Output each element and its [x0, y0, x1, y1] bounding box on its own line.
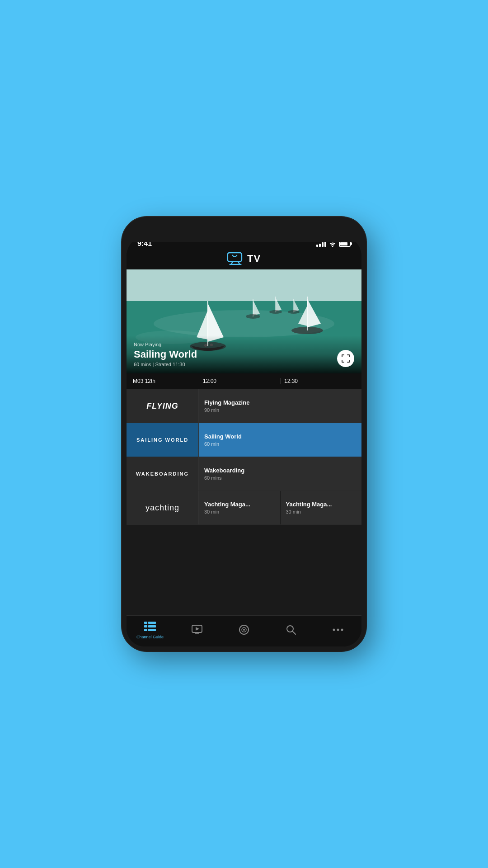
program-title: Flying Magazine — [204, 399, 356, 406]
program-title: Yachting Maga... — [286, 501, 357, 508]
program-yachting-1[interactable]: Yachting Maga... 30 min — [199, 491, 280, 524]
hero-meta: 60 mins | Strated 11:30 — [134, 362, 354, 367]
cast-icon — [238, 623, 250, 636]
channel-row-sailing-world: SAILING WORLD Sailing World 60 min — [127, 423, 361, 457]
svg-point-31 — [333, 629, 335, 631]
hero-title: Sailing World — [134, 349, 354, 360]
nav-more[interactable] — [324, 623, 352, 636]
logo-container: TV — [227, 252, 261, 265]
svg-marker-24 — [196, 627, 199, 631]
status-time: 9:41 — [137, 240, 152, 248]
guide-header: M03 12th 12:00 12:30 — [127, 373, 361, 389]
search-icon — [285, 623, 297, 636]
svg-rect-20 — [148, 625, 156, 627]
app-title: TV — [247, 253, 261, 264]
program-duration: 60 min — [204, 441, 356, 447]
sailing-world-programs: Sailing World 60 min — [199, 423, 361, 457]
svg-point-12 — [246, 314, 260, 319]
hero-image: Now Playing Sailing World 60 mins | Stra… — [127, 269, 361, 373]
hero-section[interactable]: Now Playing Sailing World 60 mins | Stra… — [127, 269, 361, 373]
program-title: Yachting Maga... — [204, 501, 275, 508]
wakeboarding-logo-text: WAKEBOARDING — [136, 471, 189, 476]
channel-row-flying: FLYING Flying Magazine 90 min — [127, 389, 361, 423]
program-duration: 90 min — [204, 407, 356, 413]
nav-search[interactable] — [277, 623, 305, 636]
bottom-nav: Channel Guide — [127, 615, 361, 646]
program-duration: 60 mins — [204, 475, 356, 481]
play-icon — [191, 623, 203, 636]
svg-rect-21 — [144, 629, 147, 631]
guide-times: 12:00 12:30 — [199, 378, 361, 384]
svg-rect-22 — [148, 629, 156, 631]
fullscreen-icon — [342, 354, 350, 363]
program-title: Wakeboarding — [204, 467, 356, 474]
program-sailing-world[interactable]: Sailing World 60 min — [199, 423, 361, 457]
program-title: Sailing World — [204, 433, 356, 440]
hero-overlay: Now Playing Sailing World 60 mins | Stra… — [127, 335, 361, 373]
channel-row-yachting: yachting Yachting Maga... 30 min Yachtin… — [127, 491, 361, 525]
guide-date: M03 12th — [127, 378, 199, 384]
svg-rect-17 — [144, 622, 147, 624]
svg-point-33 — [341, 629, 343, 631]
program-yachting-2[interactable]: Yachting Maga... 30 min — [280, 491, 362, 524]
program-flying-magazine[interactable]: Flying Magazine 90 min — [199, 389, 361, 423]
svg-point-28 — [243, 629, 245, 631]
nav-play[interactable] — [183, 623, 211, 636]
svg-point-14 — [269, 310, 282, 314]
more-icon — [332, 623, 344, 636]
phone-screen: 9:41 — [127, 236, 361, 646]
signal-icon — [316, 241, 326, 247]
fullscreen-button[interactable] — [337, 350, 354, 367]
svg-rect-18 — [148, 622, 156, 624]
svg-point-32 — [337, 629, 339, 631]
guide-time-1230: 12:30 — [280, 378, 361, 384]
now-playing-label: Now Playing — [134, 342, 354, 347]
program-duration: 30 min — [204, 509, 275, 514]
channel-row-wakeboarding: WAKEBOARDING Wakeboarding 60 mins — [127, 457, 361, 491]
yachting-programs: Yachting Maga... 30 min Yachting Maga...… — [199, 491, 361, 524]
app-header: TV — [127, 250, 361, 269]
svg-rect-1 — [127, 269, 361, 306]
svg-line-30 — [292, 632, 296, 635]
app-logo-icon — [227, 252, 244, 265]
battery-icon — [339, 241, 351, 247]
yachting-logo-text: yachting — [145, 503, 179, 513]
guide-section[interactable]: M03 12th 12:00 12:30 FLYING Flying Magaz… — [127, 373, 361, 615]
wakeboarding-programs: Wakeboarding 60 mins — [199, 457, 361, 491]
flying-programs: Flying Magazine 90 min — [199, 389, 361, 423]
nav-channel-guide[interactable]: Channel Guide — [136, 620, 164, 639]
sailing-world-logo-text: SAILING WORLD — [136, 437, 188, 443]
channel-logo-flying: FLYING — [127, 389, 199, 423]
nav-cast[interactable] — [230, 623, 258, 636]
status-icons — [316, 241, 351, 247]
program-wakeboarding[interactable]: Wakeboarding 60 mins — [199, 457, 361, 491]
channel-guide-icon — [144, 620, 156, 633]
svg-point-16 — [288, 310, 300, 314]
channel-logo-yachting: yachting — [127, 491, 199, 524]
channel-guide-label: Channel Guide — [136, 635, 164, 639]
channel-logo-sailing-world: SAILING WORLD — [127, 423, 199, 457]
svg-rect-19 — [144, 625, 147, 627]
status-bar: 9:41 — [127, 236, 361, 250]
phone-shell: 9:41 — [122, 217, 366, 651]
flying-logo-text: FLYING — [146, 401, 178, 411]
program-duration: 30 min — [286, 509, 357, 514]
channel-logo-wakeboarding: WAKEBOARDING — [127, 457, 199, 491]
guide-time-1200: 12:00 — [199, 378, 280, 384]
wifi-icon — [329, 241, 336, 247]
